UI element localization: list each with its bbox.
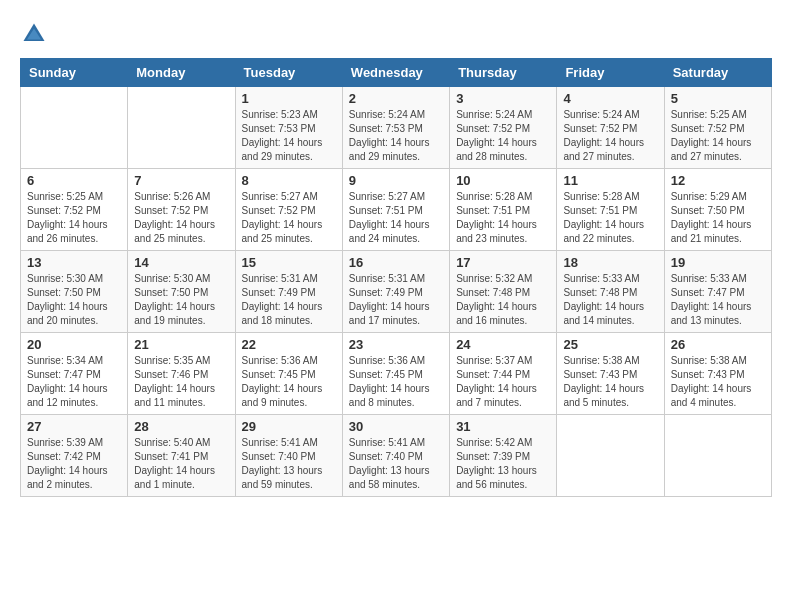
calendar-cell: 2Sunrise: 5:24 AM Sunset: 7:53 PM Daylig…	[342, 87, 449, 169]
day-number: 28	[134, 419, 228, 434]
page-header	[20, 20, 772, 48]
day-info: Sunrise: 5:33 AM Sunset: 7:47 PM Dayligh…	[671, 272, 765, 328]
day-number: 2	[349, 91, 443, 106]
calendar-cell: 22Sunrise: 5:36 AM Sunset: 7:45 PM Dayli…	[235, 333, 342, 415]
day-info: Sunrise: 5:32 AM Sunset: 7:48 PM Dayligh…	[456, 272, 550, 328]
day-info: Sunrise: 5:37 AM Sunset: 7:44 PM Dayligh…	[456, 354, 550, 410]
day-info: Sunrise: 5:35 AM Sunset: 7:46 PM Dayligh…	[134, 354, 228, 410]
day-info: Sunrise: 5:40 AM Sunset: 7:41 PM Dayligh…	[134, 436, 228, 492]
weekday-header: Friday	[557, 59, 664, 87]
day-number: 9	[349, 173, 443, 188]
calendar-cell: 11Sunrise: 5:28 AM Sunset: 7:51 PM Dayli…	[557, 169, 664, 251]
weekday-header: Wednesday	[342, 59, 449, 87]
day-number: 23	[349, 337, 443, 352]
day-info: Sunrise: 5:24 AM Sunset: 7:53 PM Dayligh…	[349, 108, 443, 164]
calendar-cell: 31Sunrise: 5:42 AM Sunset: 7:39 PM Dayli…	[450, 415, 557, 497]
day-info: Sunrise: 5:36 AM Sunset: 7:45 PM Dayligh…	[242, 354, 336, 410]
day-number: 12	[671, 173, 765, 188]
day-info: Sunrise: 5:24 AM Sunset: 7:52 PM Dayligh…	[563, 108, 657, 164]
day-number: 14	[134, 255, 228, 270]
day-number: 3	[456, 91, 550, 106]
day-info: Sunrise: 5:36 AM Sunset: 7:45 PM Dayligh…	[349, 354, 443, 410]
day-info: Sunrise: 5:28 AM Sunset: 7:51 PM Dayligh…	[563, 190, 657, 246]
calendar-cell: 30Sunrise: 5:41 AM Sunset: 7:40 PM Dayli…	[342, 415, 449, 497]
day-info: Sunrise: 5:27 AM Sunset: 7:51 PM Dayligh…	[349, 190, 443, 246]
calendar-cell: 23Sunrise: 5:36 AM Sunset: 7:45 PM Dayli…	[342, 333, 449, 415]
calendar-cell: 25Sunrise: 5:38 AM Sunset: 7:43 PM Dayli…	[557, 333, 664, 415]
calendar-cell	[21, 87, 128, 169]
calendar-cell: 14Sunrise: 5:30 AM Sunset: 7:50 PM Dayli…	[128, 251, 235, 333]
calendar-cell	[557, 415, 664, 497]
day-number: 1	[242, 91, 336, 106]
calendar-cell: 24Sunrise: 5:37 AM Sunset: 7:44 PM Dayli…	[450, 333, 557, 415]
day-number: 7	[134, 173, 228, 188]
calendar-cell: 28Sunrise: 5:40 AM Sunset: 7:41 PM Dayli…	[128, 415, 235, 497]
calendar-cell	[664, 415, 771, 497]
calendar-cell: 1Sunrise: 5:23 AM Sunset: 7:53 PM Daylig…	[235, 87, 342, 169]
day-info: Sunrise: 5:28 AM Sunset: 7:51 PM Dayligh…	[456, 190, 550, 246]
logo-icon	[20, 20, 48, 48]
logo	[20, 20, 52, 48]
calendar-week-row: 13Sunrise: 5:30 AM Sunset: 7:50 PM Dayli…	[21, 251, 772, 333]
calendar-cell: 29Sunrise: 5:41 AM Sunset: 7:40 PM Dayli…	[235, 415, 342, 497]
day-number: 4	[563, 91, 657, 106]
day-info: Sunrise: 5:31 AM Sunset: 7:49 PM Dayligh…	[242, 272, 336, 328]
day-info: Sunrise: 5:25 AM Sunset: 7:52 PM Dayligh…	[671, 108, 765, 164]
day-number: 18	[563, 255, 657, 270]
calendar-cell: 5Sunrise: 5:25 AM Sunset: 7:52 PM Daylig…	[664, 87, 771, 169]
calendar-cell: 8Sunrise: 5:27 AM Sunset: 7:52 PM Daylig…	[235, 169, 342, 251]
calendar-cell: 27Sunrise: 5:39 AM Sunset: 7:42 PM Dayli…	[21, 415, 128, 497]
day-info: Sunrise: 5:29 AM Sunset: 7:50 PM Dayligh…	[671, 190, 765, 246]
calendar-week-row: 27Sunrise: 5:39 AM Sunset: 7:42 PM Dayli…	[21, 415, 772, 497]
day-number: 25	[563, 337, 657, 352]
day-info: Sunrise: 5:30 AM Sunset: 7:50 PM Dayligh…	[27, 272, 121, 328]
day-info: Sunrise: 5:34 AM Sunset: 7:47 PM Dayligh…	[27, 354, 121, 410]
day-number: 6	[27, 173, 121, 188]
day-info: Sunrise: 5:30 AM Sunset: 7:50 PM Dayligh…	[134, 272, 228, 328]
calendar-header-row: SundayMondayTuesdayWednesdayThursdayFrid…	[21, 59, 772, 87]
calendar-cell: 9Sunrise: 5:27 AM Sunset: 7:51 PM Daylig…	[342, 169, 449, 251]
weekday-header: Sunday	[21, 59, 128, 87]
calendar-cell: 4Sunrise: 5:24 AM Sunset: 7:52 PM Daylig…	[557, 87, 664, 169]
day-number: 27	[27, 419, 121, 434]
calendar-week-row: 6Sunrise: 5:25 AM Sunset: 7:52 PM Daylig…	[21, 169, 772, 251]
calendar-cell: 12Sunrise: 5:29 AM Sunset: 7:50 PM Dayli…	[664, 169, 771, 251]
day-number: 29	[242, 419, 336, 434]
day-number: 13	[27, 255, 121, 270]
calendar-cell: 18Sunrise: 5:33 AM Sunset: 7:48 PM Dayli…	[557, 251, 664, 333]
weekday-header: Saturday	[664, 59, 771, 87]
day-number: 31	[456, 419, 550, 434]
calendar-cell: 10Sunrise: 5:28 AM Sunset: 7:51 PM Dayli…	[450, 169, 557, 251]
weekday-header: Tuesday	[235, 59, 342, 87]
day-info: Sunrise: 5:31 AM Sunset: 7:49 PM Dayligh…	[349, 272, 443, 328]
calendar-cell: 17Sunrise: 5:32 AM Sunset: 7:48 PM Dayli…	[450, 251, 557, 333]
calendar-cell: 20Sunrise: 5:34 AM Sunset: 7:47 PM Dayli…	[21, 333, 128, 415]
day-number: 11	[563, 173, 657, 188]
weekday-header: Monday	[128, 59, 235, 87]
day-info: Sunrise: 5:38 AM Sunset: 7:43 PM Dayligh…	[671, 354, 765, 410]
calendar-cell: 21Sunrise: 5:35 AM Sunset: 7:46 PM Dayli…	[128, 333, 235, 415]
calendar-cell: 3Sunrise: 5:24 AM Sunset: 7:52 PM Daylig…	[450, 87, 557, 169]
day-info: Sunrise: 5:38 AM Sunset: 7:43 PM Dayligh…	[563, 354, 657, 410]
calendar-cell: 19Sunrise: 5:33 AM Sunset: 7:47 PM Dayli…	[664, 251, 771, 333]
day-number: 20	[27, 337, 121, 352]
day-info: Sunrise: 5:24 AM Sunset: 7:52 PM Dayligh…	[456, 108, 550, 164]
calendar-week-row: 20Sunrise: 5:34 AM Sunset: 7:47 PM Dayli…	[21, 333, 772, 415]
day-number: 19	[671, 255, 765, 270]
calendar-cell: 6Sunrise: 5:25 AM Sunset: 7:52 PM Daylig…	[21, 169, 128, 251]
day-number: 15	[242, 255, 336, 270]
weekday-header: Thursday	[450, 59, 557, 87]
calendar-week-row: 1Sunrise: 5:23 AM Sunset: 7:53 PM Daylig…	[21, 87, 772, 169]
day-info: Sunrise: 5:41 AM Sunset: 7:40 PM Dayligh…	[242, 436, 336, 492]
day-number: 21	[134, 337, 228, 352]
day-info: Sunrise: 5:25 AM Sunset: 7:52 PM Dayligh…	[27, 190, 121, 246]
calendar-cell	[128, 87, 235, 169]
day-info: Sunrise: 5:42 AM Sunset: 7:39 PM Dayligh…	[456, 436, 550, 492]
day-number: 8	[242, 173, 336, 188]
day-number: 17	[456, 255, 550, 270]
day-info: Sunrise: 5:33 AM Sunset: 7:48 PM Dayligh…	[563, 272, 657, 328]
day-info: Sunrise: 5:27 AM Sunset: 7:52 PM Dayligh…	[242, 190, 336, 246]
calendar-cell: 7Sunrise: 5:26 AM Sunset: 7:52 PM Daylig…	[128, 169, 235, 251]
calendar-cell: 16Sunrise: 5:31 AM Sunset: 7:49 PM Dayli…	[342, 251, 449, 333]
day-number: 24	[456, 337, 550, 352]
